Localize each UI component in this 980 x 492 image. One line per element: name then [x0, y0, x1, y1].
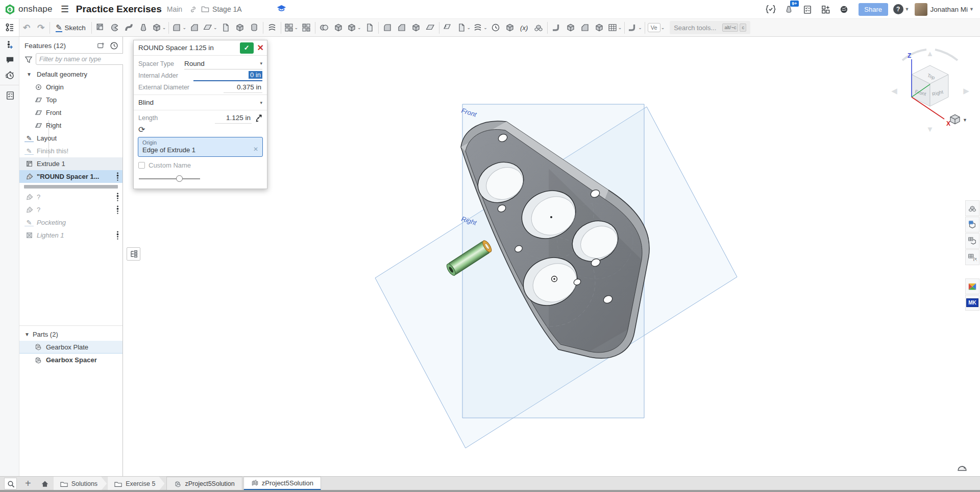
display-states-button[interactable] [531, 19, 546, 36]
add-tab-button[interactable]: + [25, 477, 31, 490]
workspace-branch[interactable]: Main [167, 5, 182, 13]
slider-track[interactable] [139, 178, 200, 179]
hole-button[interactable] [247, 19, 261, 36]
sheet-metal-model-button[interactable] [549, 19, 564, 36]
breadcrumb-exercise-5-folder[interactable]: Exercise 5 [108, 477, 164, 490]
search-tabs-button[interactable] [4, 478, 17, 489]
tree-item-right-plane[interactable]: Right [19, 119, 122, 132]
extract-button[interactable] [423, 19, 437, 36]
history-stopwatch-icon[interactable] [0, 67, 19, 83]
transform-button[interactable]: ⌄ [346, 19, 362, 36]
drag-handle-icon[interactable] [116, 205, 119, 216]
tree-group-default-geometry[interactable]: ▼ Default geometry [19, 68, 122, 81]
community-globe-icon[interactable] [838, 3, 851, 16]
import-derived-button[interactable] [409, 19, 423, 36]
rollback-bar[interactable] [24, 185, 118, 189]
sweep-button[interactable] [122, 19, 136, 36]
user-menu-caret-icon[interactable]: ▼ [969, 7, 974, 12]
tree-item-unknown-feature-1[interactable]: ? [19, 191, 122, 203]
comments-icon[interactable] [0, 52, 19, 67]
drag-handle-icon[interactable] [116, 172, 119, 183]
feature-clock-button[interactable] [488, 19, 503, 36]
rib-button[interactable] [218, 19, 233, 36]
mirror-button[interactable] [299, 19, 313, 36]
plane-button[interactable] [441, 19, 455, 36]
custom-name-checkbox[interactable] [138, 162, 145, 169]
move-face-button[interactable] [380, 19, 395, 36]
xometry-addon-tab[interactable] [965, 278, 979, 294]
tree-item-finish-this-sketch[interactable]: ✎ Finish this! [19, 145, 122, 157]
user-avatar[interactable] [915, 3, 927, 16]
onshape-logo[interactable]: onshape [4, 4, 53, 15]
tree-item-pocketing-sketch[interactable]: ✎ Pocketing [19, 216, 122, 229]
part-item-gearbox-spacer[interactable]: Gearbox Spacer [19, 354, 122, 366]
tree-item-unknown-feature-2[interactable]: ? [19, 203, 122, 216]
mk-addon-tab[interactable]: MK [965, 295, 979, 311]
appearance-panel-tab[interactable] [965, 200, 979, 216]
drag-handle-icon[interactable] [116, 193, 119, 203]
variables-button[interactable]: (x) [517, 19, 531, 36]
sketch-button[interactable]: ✎ Sketch [52, 19, 90, 36]
internal-adder-input[interactable]: 0 in [193, 70, 262, 81]
flange-button[interactable] [578, 19, 592, 36]
thicken-button[interactable]: ⌄ [151, 19, 167, 36]
split-button[interactable] [331, 19, 346, 36]
confirm-checkmark-button[interactable]: ✓ [240, 42, 254, 54]
feature-filter-input[interactable] [36, 53, 126, 65]
clear-selection-icon[interactable]: ✕ [253, 146, 258, 153]
view-options-button[interactable]: ▼ [950, 115, 967, 124]
replace-face-button[interactable] [395, 19, 409, 36]
share-button[interactable]: Share [859, 3, 888, 16]
feature-table-panel-tab[interactable]: (x) [965, 249, 979, 265]
link-icon[interactable] [189, 6, 197, 13]
fillet-button[interactable]: ⌄ [170, 19, 187, 36]
help-button[interactable]: ? [893, 4, 903, 14]
help-caret-icon[interactable]: ▼ [905, 7, 910, 12]
insert-after-icon[interactable] [96, 41, 106, 50]
tree-item-layout-sketch[interactable]: ✎ Layout [19, 132, 122, 145]
rollback-clock-icon[interactable] [110, 41, 118, 50]
main-menu-icon[interactable]: ☰ [61, 4, 69, 15]
user-name[interactable]: Jonathan Mi [930, 6, 968, 13]
undo-button[interactable]: ↶ [19, 19, 34, 36]
featurescript-notices-icon[interactable] [764, 3, 777, 16]
tab-part-studio-zproject5solution[interactable]: zProject5Solution [166, 477, 242, 490]
end-condition-dropdown[interactable]: Blind ▾ [138, 97, 262, 108]
flip-direction-icon[interactable]: ⟳ [138, 125, 148, 134]
document-title[interactable]: Practice Exercises [76, 4, 162, 15]
flatten-button[interactable]: ⌄ [626, 19, 643, 36]
caret-down-icon[interactable]: ▼ [24, 332, 30, 337]
revolve-button[interactable] [108, 19, 122, 36]
tree-item-origin[interactable]: Origin [19, 81, 122, 93]
import-button[interactable] [503, 19, 517, 36]
configurations-panel-tab[interactable] [965, 233, 979, 249]
insert-version-icon[interactable] [0, 37, 19, 52]
tree-item-top-plane[interactable]: Top [19, 93, 122, 106]
spacer-type-dropdown[interactable]: Round ▾ [184, 58, 262, 69]
followed-checklist-icon[interactable] [0, 87, 19, 103]
parts-group-header[interactable]: ▼ Parts (2) [19, 328, 122, 341]
cancel-x-button[interactable]: ✕ [257, 44, 264, 52]
part-item-gearbox-plate[interactable]: Gearbox Plate [19, 341, 122, 354]
version-folder-icon[interactable] [201, 6, 209, 13]
home-tab-button[interactable] [40, 477, 50, 490]
breadcrumb-solutions-folder[interactable]: Solutions [54, 477, 107, 490]
sheet-metal-table-button[interactable]: ⌄ [606, 19, 623, 36]
app-store-icon[interactable] [819, 3, 832, 16]
origin-selection-box[interactable]: Origin Edge of Extrude 1 ✕ [138, 137, 263, 157]
tree-item-front-plane[interactable]: Front [19, 106, 122, 119]
tree-item-extrude-1[interactable]: Extrude 1 [19, 157, 122, 170]
redo-button[interactable]: ↷ [34, 19, 48, 36]
slider-knob[interactable] [176, 175, 183, 182]
toggle-feature-list-button[interactable] [0, 19, 19, 36]
tab-assembly-zproject5solution-active[interactable]: zProject5Solution [243, 477, 321, 490]
external-diameter-input[interactable]: 0.375 in [224, 82, 262, 93]
chamfer-button[interactable] [187, 19, 202, 36]
draft-button[interactable]: ⌄ [202, 19, 218, 36]
bom-panel-tab[interactable] [965, 217, 979, 232]
tasks-list-icon[interactable] [801, 3, 814, 16]
sheet-metal-convert-button[interactable] [564, 19, 578, 36]
composite-curve-button[interactable]: ⌄ [455, 19, 472, 36]
search-tools-field[interactable]: Search tools... alt/~c c [670, 21, 750, 34]
tree-item-round-spacer[interactable]: "ROUND Spacer 1... [19, 170, 122, 183]
